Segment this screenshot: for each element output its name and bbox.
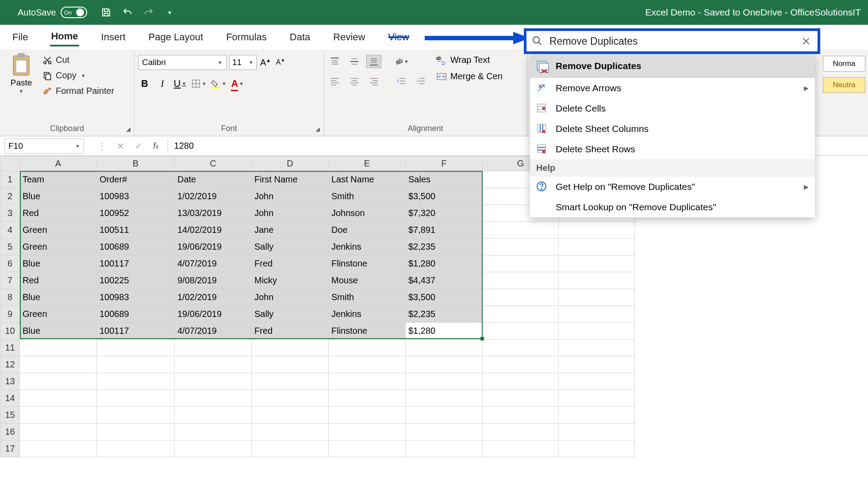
- cell-G4[interactable]: [483, 222, 559, 239]
- cell-B15[interactable]: [97, 407, 175, 424]
- cell-F1[interactable]: Sales: [406, 171, 483, 188]
- cell-K6[interactable]: [559, 255, 635, 272]
- cell-B8[interactable]: 100983: [97, 289, 175, 306]
- cell-C16[interactable]: [175, 424, 252, 440]
- cell-G16[interactable]: [483, 424, 559, 440]
- tab-home[interactable]: Home: [50, 28, 79, 46]
- cell-D5[interactable]: Sally: [252, 239, 329, 255]
- search-input[interactable]: [549, 35, 800, 47]
- cell-E3[interactable]: Johnson: [329, 205, 406, 222]
- cell-G7[interactable]: [483, 272, 559, 289]
- chevron-down-icon[interactable]: ▼: [19, 89, 24, 94]
- cell-A9[interactable]: Green: [20, 306, 97, 323]
- cell-E10[interactable]: Flinstone: [329, 323, 406, 340]
- cell-A15[interactable]: [20, 407, 97, 424]
- cell-E15[interactable]: [329, 407, 406, 424]
- decrease-indent-button[interactable]: [394, 74, 409, 88]
- row-header-17[interactable]: 17: [0, 440, 20, 457]
- cell-C3[interactable]: 13/03/2019: [175, 205, 252, 222]
- cell-B16[interactable]: [97, 424, 175, 440]
- search-result-delete-columns[interactable]: Delete Sheet Columns: [530, 119, 815, 139]
- cell-B17[interactable]: [97, 440, 175, 457]
- cell-E5[interactable]: Jenkins: [329, 239, 406, 255]
- autosave-control[interactable]: AutoSave On: [18, 7, 87, 18]
- row-header-6[interactable]: 6: [0, 255, 20, 272]
- cell-K4[interactable]: [559, 222, 635, 239]
- cell-F7[interactable]: $4,437: [406, 272, 483, 289]
- search-result-delete-cells[interactable]: Delete Cells: [530, 98, 815, 119]
- cell-A8[interactable]: Blue: [20, 289, 97, 306]
- cell-K11[interactable]: [559, 340, 635, 356]
- cell-B11[interactable]: [97, 340, 175, 356]
- orientation-button[interactable]: ab▼: [394, 55, 409, 68]
- underline-button[interactable]: U▼: [173, 76, 187, 91]
- row-header-9[interactable]: 9: [0, 306, 20, 323]
- fill-handle[interactable]: [480, 337, 484, 340]
- wrap-text-button[interactable]: ab Wrap Text: [436, 55, 503, 65]
- align-center-button[interactable]: [347, 74, 362, 88]
- cell-G8[interactable]: [483, 289, 559, 306]
- chevron-down-icon[interactable]: ▼: [81, 73, 86, 78]
- row-header-15[interactable]: 15: [0, 407, 20, 424]
- tab-file[interactable]: File: [12, 29, 29, 46]
- font-name-select[interactable]: Calibri▼: [138, 55, 227, 70]
- cell-G12[interactable]: [483, 356, 559, 373]
- cell-B3[interactable]: 100952: [97, 205, 175, 222]
- cell-B4[interactable]: 100511: [97, 222, 175, 239]
- cell-G9[interactable]: [483, 306, 559, 323]
- cell-G14[interactable]: [483, 390, 559, 407]
- cell-C10[interactable]: 4/07/2019: [175, 323, 252, 340]
- cell-E13[interactable]: [329, 373, 406, 390]
- cell-D14[interactable]: [252, 390, 329, 407]
- cell-C8[interactable]: 1/02/2019: [175, 289, 252, 306]
- cell-D9[interactable]: Sally: [252, 306, 329, 323]
- row-header-16[interactable]: 16: [0, 424, 20, 440]
- cut-button[interactable]: Cut: [42, 55, 114, 65]
- cell-F8[interactable]: $3,500: [406, 289, 483, 306]
- cell-F11[interactable]: [406, 340, 483, 356]
- cell-E12[interactable]: [329, 356, 406, 373]
- cell-F15[interactable]: [406, 407, 483, 424]
- select-all-corner[interactable]: [0, 156, 20, 171]
- cell-A12[interactable]: [20, 356, 97, 373]
- cell-A14[interactable]: [20, 390, 97, 407]
- decrease-font-button[interactable]: A▼: [274, 55, 287, 70]
- cell-F9[interactable]: $2,235: [406, 306, 483, 323]
- cell-C11[interactable]: [175, 340, 252, 356]
- cell-D1[interactable]: First Name: [252, 171, 329, 188]
- cell-D2[interactable]: John: [252, 188, 329, 205]
- more-functions-icon[interactable]: ⋮: [97, 141, 106, 151]
- cell-E9[interactable]: Jenkins: [329, 306, 406, 323]
- fx-icon[interactable]: fx: [153, 141, 159, 151]
- increase-font-button[interactable]: A▲: [259, 55, 272, 70]
- cell-F14[interactable]: [406, 390, 483, 407]
- font-color-button[interactable]: A▼: [231, 76, 244, 91]
- align-left-button[interactable]: [327, 74, 342, 88]
- cell-F5[interactable]: $2,235: [406, 239, 483, 255]
- row-header-5[interactable]: 5: [0, 239, 20, 255]
- tab-formulas[interactable]: Formulas: [225, 29, 268, 46]
- row-header-12[interactable]: 12: [0, 356, 20, 373]
- align-middle-button[interactable]: [347, 55, 362, 68]
- cell-D10[interactable]: Fred: [252, 323, 329, 340]
- format-painter-button[interactable]: Format Painter: [42, 86, 114, 96]
- cell-C12[interactable]: [175, 356, 252, 373]
- row-header-7[interactable]: 7: [0, 272, 20, 289]
- cell-A5[interactable]: Green: [20, 239, 97, 255]
- search-result-remove-arrows[interactable]: Remove Arrows ▶: [530, 78, 815, 98]
- tab-insert[interactable]: Insert: [100, 29, 127, 46]
- fill-color-button[interactable]: ▼: [211, 76, 227, 91]
- cell-F13[interactable]: [406, 373, 483, 390]
- cell-A10[interactable]: Blue: [20, 323, 97, 340]
- search-result-get-help[interactable]: Get Help on "Remove Duplicates" ▶: [530, 177, 815, 197]
- cell-C15[interactable]: [175, 407, 252, 424]
- cell-G6[interactable]: [483, 255, 559, 272]
- cell-B14[interactable]: [97, 390, 175, 407]
- borders-button[interactable]: ▼: [191, 76, 207, 91]
- cell-B12[interactable]: [97, 356, 175, 373]
- row-header-8[interactable]: 8: [0, 289, 20, 306]
- cell-F6[interactable]: $1,280: [406, 255, 483, 272]
- cell-D7[interactable]: Micky: [252, 272, 329, 289]
- cell-D12[interactable]: [252, 356, 329, 373]
- undo-icon[interactable]: [122, 7, 133, 18]
